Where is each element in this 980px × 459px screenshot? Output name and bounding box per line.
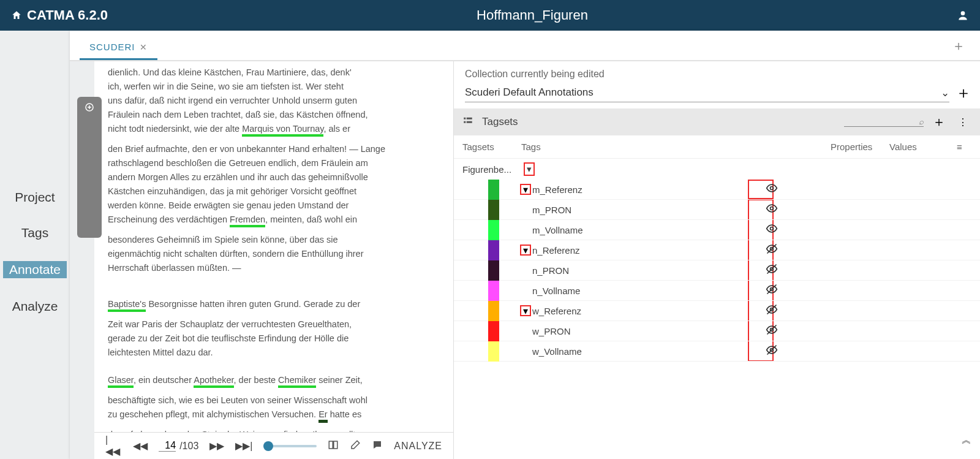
color-swatch	[488, 180, 499, 200]
add-collection-button[interactable]: ＋	[956, 82, 971, 104]
eye-hidden-icon[interactable]	[766, 243, 778, 257]
eye-visible-icon[interactable]	[766, 222, 778, 237]
page-input[interactable]	[159, 440, 176, 452]
color-swatch	[488, 301, 499, 321]
tag-row[interactable]: m_Vollname	[454, 220, 980, 240]
tagset-row[interactable]: Figurenbe... ▾	[454, 159, 980, 180]
annotation-m-referenz: Baptiste's	[108, 299, 146, 312]
tag-row[interactable]: ▾w_Referenz	[454, 301, 980, 321]
collection-select[interactable]: Scuderi Default Annotations ⌄	[465, 84, 949, 102]
next-page-icon[interactable]: ▶▶	[209, 440, 224, 452]
zoom-slider[interactable]	[263, 445, 317, 447]
expand-margin-button[interactable]	[77, 97, 102, 238]
eye-hidden-icon[interactable]	[766, 263, 778, 278]
analyze-button[interactable]: ANALYZE	[394, 441, 442, 452]
tag-name: m_Vollname	[532, 225, 760, 235]
tagset-search-input[interactable]	[844, 117, 924, 127]
tag-name: n_PRON	[532, 265, 760, 276]
tagsets-header: Tagsets ＋ ⋮	[454, 108, 980, 135]
first-page-icon[interactable]: |◀◀	[105, 434, 122, 457]
color-swatch	[488, 321, 499, 341]
svg-rect-3	[334, 441, 337, 449]
reader-footer: |◀◀ ◀◀ /103 ▶▶ ▶▶| AN	[94, 432, 453, 459]
tab-scuderi[interactable]: SCUDERI ✕	[80, 34, 158, 60]
tagset-expand-toggle[interactable]: ▾	[524, 162, 535, 176]
color-swatch	[488, 260, 499, 281]
annotation-m-referenz: Fremden	[230, 214, 265, 227]
col-tagsets: Tagsets	[462, 142, 521, 152]
reader-pane: dienlich. Und das kleine Kästchen, Frau …	[70, 61, 453, 459]
svg-point-10	[771, 227, 774, 230]
eraser-icon[interactable]	[350, 439, 361, 453]
color-swatch	[488, 220, 499, 240]
nav-project[interactable]: Project	[15, 190, 55, 205]
annotation-m-pron: Er	[318, 409, 328, 423]
tag-name: n_Vollname	[532, 286, 760, 296]
workspace: SCUDERI ✕ ＋ dienlich. Und das kleine Kä	[70, 31, 980, 459]
text-content[interactable]: dienlich. Und das kleine Kästchen, Frau …	[94, 61, 453, 432]
tab-bar: SCUDERI ✕ ＋	[70, 31, 980, 61]
home-icon[interactable]	[11, 10, 22, 21]
tag-expand-toggle[interactable]: ▾	[520, 245, 531, 256]
eye-hidden-icon[interactable]	[766, 344, 778, 358]
page-total: /103	[179, 441, 198, 452]
chevron-down-icon: ⌄	[941, 86, 949, 99]
tagsets-title: Tagsets	[482, 116, 518, 128]
prev-page-icon[interactable]: ◀◀	[133, 440, 148, 452]
tag-row[interactable]: ▾m_Referenz	[454, 180, 980, 200]
tag-row[interactable]: m_PRON	[454, 200, 980, 220]
svg-rect-2	[330, 441, 333, 449]
color-swatch	[488, 200, 499, 220]
user-icon[interactable]	[957, 9, 969, 21]
svg-point-8	[771, 187, 774, 190]
annotation-m-referenz: Marquis von Tournay	[242, 124, 323, 137]
svg-point-9	[771, 207, 774, 210]
eye-hidden-icon[interactable]	[766, 283, 778, 298]
scroll-top-icon[interactable]: ︽	[962, 434, 971, 447]
tag-expand-toggle[interactable]: ▾	[520, 184, 531, 195]
tag-row[interactable]: n_Vollname	[454, 281, 980, 301]
color-swatch	[488, 341, 499, 362]
add-tagset-button[interactable]: ＋	[932, 113, 946, 131]
list-view-icon[interactable]	[462, 115, 473, 129]
tab-label: SCUDERI	[89, 42, 135, 52]
app-header: CATMA 6.2.0 Hoffmann_Figuren	[0, 0, 980, 31]
annotation-m-referenz: Chemiker	[278, 375, 316, 388]
side-nav: Project Tags Annotate Analyze	[0, 31, 70, 459]
tag-name: m_PRON	[532, 205, 760, 215]
tag-name: m_Referenz	[532, 184, 760, 195]
last-page-icon[interactable]: ▶▶|	[235, 440, 252, 452]
tagset-name: Figurenbe...	[462, 164, 521, 175]
comment-icon[interactable]	[372, 439, 383, 453]
tag-row[interactable]: w_PRON	[454, 321, 980, 341]
kebab-menu-icon[interactable]: ⋮	[954, 116, 971, 128]
color-swatch	[488, 240, 499, 260]
tag-expand-toggle[interactable]: ▾	[520, 305, 531, 316]
tag-row[interactable]: ▾n_Referenz	[454, 240, 980, 260]
hamburger-icon[interactable]: ≡	[957, 142, 971, 152]
annotation-m-referenz: Glaser	[108, 375, 134, 388]
eye-hidden-icon[interactable]	[766, 324, 778, 338]
col-values: Values	[889, 142, 957, 152]
eye-visible-icon[interactable]	[766, 182, 778, 197]
tagset-pane: Collection currently being edited Scuder…	[453, 61, 980, 459]
svg-rect-6	[464, 121, 466, 123]
eye-visible-icon[interactable]	[766, 202, 778, 217]
add-tab-button[interactable]: ＋	[947, 32, 970, 60]
tag-name: w_Vollname	[532, 346, 760, 357]
nav-tags[interactable]: Tags	[21, 226, 48, 240]
book-view-icon[interactable]	[328, 439, 339, 453]
nav-annotate[interactable]: Annotate	[3, 261, 67, 278]
svg-rect-7	[467, 121, 472, 123]
document-title: Hoffmann_Figuren	[108, 7, 957, 23]
nav-analyze[interactable]: Analyze	[12, 299, 58, 314]
svg-rect-4	[464, 118, 466, 119]
col-properties: Properties	[831, 142, 889, 152]
tag-row[interactable]: n_PRON	[454, 260, 980, 281]
tag-rows: ▾m_Referenzm_PRONm_Vollname▾n_Referenzn_…	[454, 180, 980, 459]
close-icon[interactable]: ✕	[140, 42, 148, 52]
svg-rect-5	[467, 118, 472, 119]
eye-hidden-icon[interactable]	[766, 303, 778, 318]
tag-row[interactable]: w_Vollname	[454, 341, 980, 362]
collection-label: Collection currently being edited	[454, 61, 980, 82]
